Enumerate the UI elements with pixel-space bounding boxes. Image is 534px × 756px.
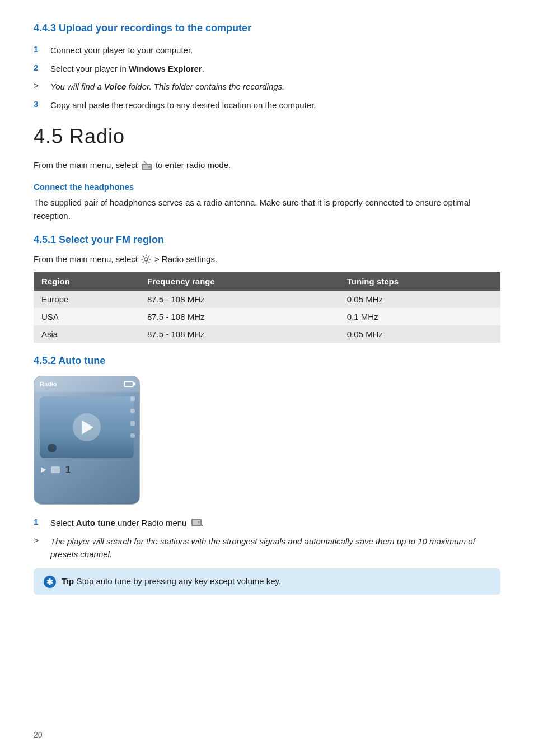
tip-text: Tip Stop auto tune by pressing any key e… <box>62 575 281 588</box>
tip-icon: ✱ <box>44 576 56 588</box>
svg-marker-6 <box>41 467 46 473</box>
radio-preset-label: 1 <box>65 465 71 475</box>
radio-label: Radio <box>40 381 57 388</box>
step-number: 3 <box>34 99 50 109</box>
side-dot-4 <box>130 433 135 438</box>
radio-center-dot <box>48 444 57 452</box>
step-443-1: 1 Connect your player to your computer. <box>34 44 500 57</box>
radio-top-bar: Radio <box>34 376 139 392</box>
arrow-symbol: > <box>34 81 50 90</box>
side-dot-3 <box>130 421 135 426</box>
freq-europe: 87.5 - 108 MHz <box>139 291 339 308</box>
intro-text-before: From the main menu, select <box>34 158 138 172</box>
radio-device-image: Radio 1 <box>34 376 140 505</box>
region-europe: Europe <box>34 291 139 308</box>
step-text: Copy and paste the recordings to any des… <box>50 99 500 112</box>
note-text: The player will search for the stations … <box>50 535 500 561</box>
fm-region-table: Region Frequency range Tuning steps Euro… <box>34 272 500 343</box>
page-number: 20 <box>34 730 43 739</box>
step-text: Select your player in Windows Explorer. <box>50 63 500 76</box>
table-row: Europe 87.5 - 108 MHz 0.05 MHz <box>34 291 500 308</box>
step-443-3: 3 Copy and paste the recordings to any d… <box>34 99 500 112</box>
radio-icon <box>141 158 152 172</box>
side-dot-2 <box>130 409 135 413</box>
section-452-title: 4.5.2 Auto tune <box>34 355 500 367</box>
tip-body: Stop auto tune by pressing any key excep… <box>76 576 281 586</box>
step-text: Select Auto tune under Radio menu . <box>50 517 500 530</box>
settings-icon <box>141 254 151 264</box>
radio-play-button <box>73 413 101 441</box>
svg-point-9 <box>198 521 200 524</box>
region-usa: USA <box>34 308 139 325</box>
freq-asia: 87.5 - 108 MHz <box>139 325 339 343</box>
svg-line-3 <box>145 162 147 164</box>
section-443-title: 4.4.3 Upload your recordings to the comp… <box>34 22 500 34</box>
region-asia: Asia <box>34 325 139 343</box>
headphones-body-text: The supplied pair of headphones serves a… <box>34 196 500 223</box>
radio-bottom-bar: 1 <box>34 463 139 477</box>
svg-point-4 <box>143 161 145 163</box>
note-text: You will find a Voice folder. This folde… <box>50 81 500 94</box>
tip-label: Tip <box>62 576 74 586</box>
fm-intro-after: > Radio settings. <box>154 254 217 264</box>
svg-point-2 <box>148 166 151 168</box>
battery-icon <box>124 381 134 387</box>
arrow-symbol: > <box>34 535 50 545</box>
radio-menu-icon <box>191 517 202 530</box>
tuning-asia: 0.05 MHz <box>339 325 500 343</box>
tuning-usa: 0.1 MHz <box>339 308 500 325</box>
col-frequency: Frequency range <box>139 272 339 291</box>
col-region: Region <box>34 272 139 291</box>
intro-text-after: to enter radio mode. <box>156 158 231 172</box>
side-dot-1 <box>130 396 135 401</box>
tip-box: ✱ Tip Stop auto tune by pressing any key… <box>34 568 500 595</box>
radio-menu-arrow <box>40 466 48 474</box>
step-text: Connect your player to your computer. <box>50 44 500 57</box>
step-number: 1 <box>34 517 50 526</box>
tuning-europe: 0.05 MHz <box>339 291 500 308</box>
table-row: Asia 87.5 - 108 MHz 0.05 MHz <box>34 325 500 343</box>
radio-screen <box>40 396 134 458</box>
freq-usa: 87.5 - 108 MHz <box>139 308 339 325</box>
section-451-title: 4.5.1 Select your FM region <box>34 234 500 246</box>
radio-preset-icon <box>51 466 60 473</box>
col-tuning: Tuning steps <box>339 272 500 291</box>
step-number: 1 <box>34 44 50 54</box>
step-452-1: 1 Select Auto tune under Radio menu . <box>34 517 500 530</box>
radio-side-dots <box>130 396 135 438</box>
fm-intro-before: From the main menu, select <box>34 254 138 264</box>
svg-point-5 <box>144 258 148 261</box>
subheading-connect-headphones: Connect the headphones <box>34 182 500 192</box>
table-row: USA 87.5 - 108 MHz 0.1 MHz <box>34 308 500 325</box>
step-number: 2 <box>34 63 50 72</box>
play-triangle <box>82 421 93 434</box>
section-45-title: 4.5 Radio <box>34 125 500 148</box>
fm-intro: From the main menu, select > Radio setti… <box>34 254 500 264</box>
section-45-intro: From the main menu, select to enter radi… <box>34 158 500 172</box>
table-header-row: Region Frequency range Tuning steps <box>34 272 500 291</box>
step-443-2: 2 Select your player in Windows Explorer… <box>34 63 500 76</box>
note-443-1: > You will find a Voice folder. This fol… <box>34 81 500 94</box>
note-452-1: > The player will search for the station… <box>34 535 500 561</box>
